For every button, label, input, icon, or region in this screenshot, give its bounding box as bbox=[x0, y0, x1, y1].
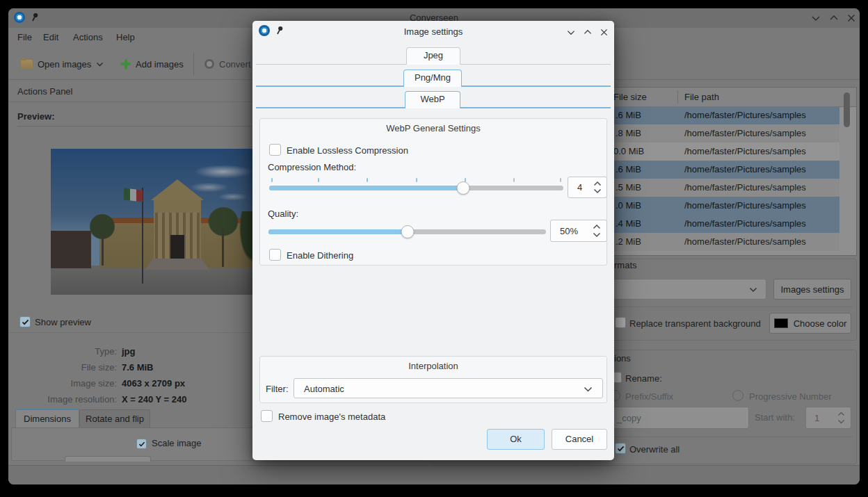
lossless-checkbox[interactable] bbox=[269, 144, 281, 156]
prefix-suffix-label: Prefix/Suffix bbox=[625, 391, 673, 402]
cell-size: 0.0 MiB bbox=[613, 142, 644, 161]
column-divider[interactable] bbox=[677, 90, 678, 104]
add-images-button[interactable]: Add images bbox=[120, 56, 184, 72]
dialog-maximize-icon[interactable] bbox=[583, 28, 593, 36]
convert-button[interactable]: Convert bbox=[204, 56, 251, 72]
formats-header: rmats bbox=[614, 260, 637, 270]
dialog-title: Image settings bbox=[252, 26, 614, 37]
maximize-icon[interactable] bbox=[829, 14, 839, 22]
cell-path: /home/faster/Pictures/samples bbox=[684, 142, 806, 161]
menu-file[interactable]: File bbox=[17, 32, 32, 42]
spin-up-icon[interactable] bbox=[593, 224, 601, 229]
images-settings-button[interactable]: Images settings bbox=[773, 279, 851, 300]
webp-group-title: WebP General Settings bbox=[259, 123, 607, 133]
options-header: ions bbox=[614, 353, 631, 364]
filter-value: Automatic bbox=[304, 384, 344, 394]
add-images-label: Add images bbox=[136, 59, 184, 70]
cell-path: /home/faster/Pictures/samples bbox=[684, 197, 806, 215]
quality-value: 50% bbox=[560, 226, 578, 236]
close-icon[interactable] bbox=[846, 14, 856, 22]
open-images-button[interactable]: Open images bbox=[21, 56, 104, 72]
tab-rotate-and-flip[interactable]: Rotate and flip bbox=[79, 409, 150, 427]
chevron-down-icon bbox=[749, 287, 757, 293]
progressive-number-radio[interactable] bbox=[732, 390, 744, 401]
cell-size: .4 MiB bbox=[616, 215, 641, 233]
resolution-value: X = 240 Y = 240 bbox=[122, 394, 187, 405]
method-label: Compression Method: bbox=[268, 162, 356, 172]
folder-icon bbox=[21, 60, 33, 69]
spin-up-icon[interactable] bbox=[837, 412, 845, 416]
menu-help[interactable]: Help bbox=[116, 32, 135, 42]
cell-path: /home/faster/Pictures/samples bbox=[684, 215, 806, 233]
rename-label: Rename: bbox=[625, 373, 662, 384]
preview-image bbox=[51, 149, 259, 295]
partial-input[interactable] bbox=[65, 456, 151, 462]
minimize-icon[interactable] bbox=[811, 14, 821, 22]
method-spinbox[interactable]: 4 bbox=[568, 177, 607, 198]
overwrite-all-checkbox[interactable] bbox=[615, 443, 626, 454]
rename-value-text: _copy bbox=[617, 413, 641, 423]
resolution-label: Image resolution: bbox=[8, 394, 117, 405]
image-size-value: 4063 x 2709 px bbox=[122, 378, 185, 389]
tab-line bbox=[256, 107, 405, 108]
spin-up-icon[interactable] bbox=[593, 181, 602, 186]
menu-edit[interactable]: Edit bbox=[43, 32, 58, 42]
cell-size: .0 MiB bbox=[616, 197, 641, 215]
quality-slider[interactable] bbox=[268, 229, 546, 234]
cell-path: /home/faster/Pictures/samples bbox=[684, 233, 806, 251]
method-slider-fill bbox=[269, 186, 463, 190]
tick bbox=[416, 178, 417, 182]
quality-slider-fill bbox=[268, 229, 408, 234]
method-slider[interactable] bbox=[269, 186, 563, 190]
tick bbox=[271, 178, 273, 182]
tick bbox=[560, 178, 561, 182]
replace-transparent-label: Replace transparent background bbox=[629, 318, 761, 329]
chevron-down-icon bbox=[584, 386, 593, 392]
ok-button[interactable]: Ok bbox=[487, 429, 545, 450]
tab-dimensions[interactable]: Dimensions bbox=[15, 409, 79, 427]
start-with-spinner[interactable]: 1 bbox=[805, 407, 851, 429]
cell-size: .5 MiB bbox=[616, 179, 641, 197]
col-file-path[interactable]: File path bbox=[684, 88, 719, 106]
dithering-checkbox[interactable] bbox=[269, 249, 281, 261]
choose-color-label: Choose color bbox=[794, 318, 847, 329]
status-bar bbox=[8, 465, 860, 484]
check-icon bbox=[22, 319, 29, 325]
method-value: 4 bbox=[577, 182, 582, 193]
lossless-label: Enable Lossless Compression bbox=[287, 145, 408, 156]
col-file-size[interactable]: File size bbox=[613, 88, 647, 106]
spin-down-icon[interactable] bbox=[837, 419, 845, 424]
spin-down-icon[interactable] bbox=[593, 188, 602, 194]
type-value: jpg bbox=[122, 346, 136, 357]
tick bbox=[318, 178, 319, 182]
scale-image-checkbox[interactable] bbox=[136, 439, 147, 449]
remove-metadata-checkbox[interactable] bbox=[261, 410, 273, 422]
filter-combobox[interactable]: Automatic bbox=[294, 378, 603, 398]
tab-webp[interactable]: WebP bbox=[405, 91, 460, 108]
dialog-minimize-icon[interactable] bbox=[566, 28, 576, 36]
replace-transparent-checkbox[interactable] bbox=[615, 317, 626, 328]
cell-size: .2 MiB bbox=[616, 233, 641, 251]
choose-color-button[interactable]: Choose color bbox=[769, 313, 851, 334]
toolbar-separator bbox=[193, 53, 194, 75]
progressive-number-label: Progressive Number bbox=[749, 391, 832, 402]
spin-down-icon[interactable] bbox=[593, 232, 601, 238]
menu-actions[interactable]: Actions bbox=[73, 32, 103, 42]
method-slider-handle[interactable] bbox=[457, 181, 470, 195]
images-settings-label: Images settings bbox=[780, 284, 844, 295]
tab-line bbox=[462, 85, 611, 87]
cell-path: /home/faster/Pictures/samples bbox=[684, 161, 806, 179]
image-size-label: Image size: bbox=[8, 378, 117, 389]
overwrite-all-label: Overwrite all bbox=[629, 444, 680, 455]
scrollbar-thumb[interactable] bbox=[844, 92, 850, 127]
quality-spinbox[interactable]: 50% bbox=[550, 220, 607, 242]
dialog-close-icon[interactable] bbox=[600, 28, 609, 36]
webp-settings-group bbox=[259, 118, 607, 266]
cancel-button[interactable]: Cancel bbox=[552, 429, 607, 450]
tab-line bbox=[256, 85, 403, 87]
show-preview-checkbox[interactable] bbox=[19, 316, 31, 327]
cell-path: /home/faster/Pictures/samples bbox=[684, 179, 806, 197]
tab-png-mng[interactable]: Png/Mng bbox=[403, 70, 462, 87]
tab-jpeg[interactable]: Jpeg bbox=[406, 47, 460, 65]
quality-slider-handle[interactable] bbox=[401, 225, 414, 238]
